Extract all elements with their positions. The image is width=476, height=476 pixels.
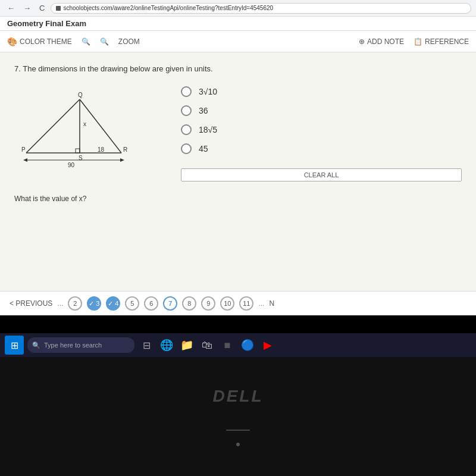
page-3-button[interactable]: ✓ 3 xyxy=(87,296,101,311)
choice-label-b: 36 xyxy=(199,106,208,115)
add-note-icon: ⊕ xyxy=(359,37,365,46)
forward-button[interactable]: → xyxy=(21,2,33,14)
dim-90-label: 90 xyxy=(68,162,75,168)
s-label: S xyxy=(79,155,83,161)
question-number: 7. xyxy=(14,64,21,73)
refresh-button[interactable]: C xyxy=(37,2,47,14)
previous-label: < PREVIOUS xyxy=(10,299,52,308)
question-description: The dimensions in the drawing below are … xyxy=(23,64,212,73)
page-8-button[interactable]: 8 xyxy=(182,296,196,311)
taskbar-app-edge[interactable]: 🌐 xyxy=(158,337,175,353)
what-is-x: What is the value of x? xyxy=(14,195,157,203)
url-bar[interactable]: schoolobjects.com/aware2/onlineTestingAp… xyxy=(51,3,471,14)
previous-button[interactable]: < PREVIOUS xyxy=(10,299,52,308)
choice-row-c[interactable]: 18√5 xyxy=(181,124,462,135)
svg-line-1 xyxy=(26,99,80,153)
back-button[interactable]: ← xyxy=(5,2,17,14)
choice-label-c: 18√5 xyxy=(199,125,217,134)
add-note-item[interactable]: ⊕ ADD NOTE xyxy=(359,37,404,46)
page-11-button[interactable]: 11 xyxy=(239,296,253,311)
zoom-increase-icon: 🔍 xyxy=(100,37,109,46)
svg-marker-6 xyxy=(23,158,27,162)
radio-a[interactable] xyxy=(181,86,192,97)
page-2-button[interactable]: 2 xyxy=(68,296,82,311)
taskbar-search[interactable]: 🔍 Type here to search xyxy=(27,337,134,353)
choice-label-a: 3√10 xyxy=(199,87,217,96)
choice-label-d: 45 xyxy=(199,144,208,154)
search-icon: 🔍 xyxy=(32,342,40,349)
app-title: Geometry Final Exam xyxy=(7,19,86,28)
dell-logo: DELL xyxy=(212,387,263,406)
svg-marker-7 xyxy=(120,158,124,162)
question-body: Q P R S x 18 90 What is the value of x? … xyxy=(14,82,462,203)
choice-row-d[interactable]: 45 xyxy=(181,143,462,154)
palette-icon: 🎨 xyxy=(7,37,17,46)
triangle-diagram: Q P R S x 18 90 xyxy=(14,82,133,189)
bottom-nav: < PREVIOUS ... 2 ✓ 3 ✓ 4 5 6 7 8 9 10 11… xyxy=(0,291,476,315)
zoom-decrease-item[interactable]: 🔍 xyxy=(82,37,90,46)
toolbar: 🎨 COLOR THEME 🔍 🔍 ZOOM ⊕ ADD NOTE 📋 REFE… xyxy=(0,31,476,52)
add-note-label: ADD NOTE xyxy=(367,37,404,46)
page-5-button[interactable]: 5 xyxy=(125,296,139,311)
browser-bar: ← → C schoolobjects.com/aware2/onlineTes… xyxy=(0,0,476,17)
page-10-button[interactable]: 10 xyxy=(220,296,234,311)
taskbar-app-chrome[interactable]: 🔵 xyxy=(239,337,256,353)
taskbar-app-taskview[interactable]: ⊟ xyxy=(138,337,155,353)
page-6-button[interactable]: 6 xyxy=(144,296,158,311)
zoom-label: ZOOM xyxy=(118,37,140,46)
answer-choices: 3√10 36 18√5 45 CLEAR ALL xyxy=(181,86,462,181)
dots-before: ... xyxy=(57,299,63,308)
choice-row-a[interactable]: 3√10 xyxy=(181,86,462,97)
page-4-button[interactable]: ✓ 4 xyxy=(106,296,120,311)
radio-c[interactable] xyxy=(181,124,192,135)
taskbar: ⊞ 🔍 Type here to search ⊟ 🌐 📁 🛍 ■ 🔵 ▶ xyxy=(0,333,476,357)
clear-all-button[interactable]: CLEAR ALL xyxy=(181,168,462,181)
color-theme-label: COLOR THEME xyxy=(20,37,72,46)
zoom-decrease-icon: 🔍 xyxy=(82,37,90,46)
next-indicator: N xyxy=(269,299,274,308)
cursor-dot xyxy=(236,443,240,446)
reference-item[interactable]: 📋 REFERENCE xyxy=(414,37,469,46)
taskbar-app-explorer[interactable]: 📁 xyxy=(178,337,195,353)
page-9-button[interactable]: 9 xyxy=(201,296,215,311)
x-label: x xyxy=(83,121,86,127)
page-7-button[interactable]: 7 xyxy=(163,296,177,311)
r-label: R xyxy=(123,146,127,153)
q-label: Q xyxy=(78,92,83,98)
reference-icon: 📋 xyxy=(414,37,422,46)
dots-after: ... xyxy=(258,299,264,308)
radio-d[interactable] xyxy=(181,143,192,154)
p-label: P xyxy=(21,146,26,153)
drawing-area: Q P R S x 18 90 What is the value of x? xyxy=(14,82,157,203)
reference-label: REFERENCE xyxy=(425,37,469,46)
zoom-increase-item[interactable]: 🔍 xyxy=(100,37,109,46)
toolbar-right: ⊕ ADD NOTE 📋 REFERENCE xyxy=(359,37,469,46)
main-content: 7. The dimensions in the drawing below a… xyxy=(0,52,476,302)
svg-rect-4 xyxy=(76,149,80,153)
search-placeholder: Type here to search xyxy=(44,342,102,349)
question-text: 7. The dimensions in the drawing below a… xyxy=(14,64,462,73)
taskbar-app-store[interactable]: 🛍 xyxy=(199,337,215,353)
dim-18-label: 18 xyxy=(98,146,105,153)
windows-start-button[interactable]: ⊞ xyxy=(5,336,24,355)
color-theme-item[interactable]: 🎨 COLOR THEME xyxy=(7,37,72,46)
choice-row-b[interactable]: 36 xyxy=(181,105,462,116)
dash-line xyxy=(226,430,250,431)
secure-icon xyxy=(56,6,61,11)
taskbar-app-video[interactable]: ▶ xyxy=(259,337,276,353)
choices-area: 3√10 36 18√5 45 CLEAR ALL xyxy=(181,82,462,181)
radio-b[interactable] xyxy=(181,105,192,116)
dark-area: DELL xyxy=(0,357,476,476)
url-text: schoolobjects.com/aware2/onlineTestingAp… xyxy=(63,5,273,11)
taskbar-app-unknown[interactable]: ■ xyxy=(219,337,236,353)
app-header: Geometry Final Exam xyxy=(0,17,476,31)
